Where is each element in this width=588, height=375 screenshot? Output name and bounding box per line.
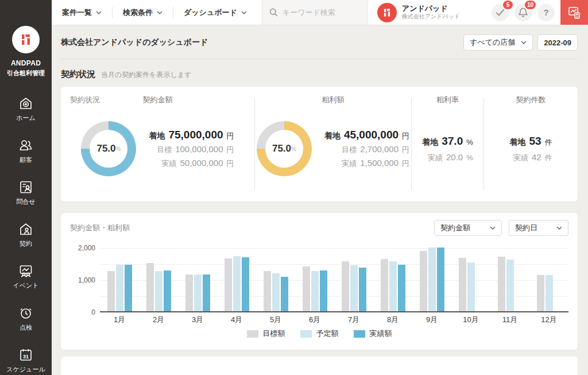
account-menu[interactable]: アンドパッド 株式会社アンドパッド <box>369 0 468 25</box>
menu-search-conditions[interactable]: 検索条件 <box>113 0 173 25</box>
metric-filter-select[interactable]: 契約金額 <box>434 220 502 236</box>
sidebar-item-contract[interactable]: 契約 <box>18 222 33 248</box>
bar <box>107 271 115 311</box>
bar <box>233 256 241 311</box>
legend-swatch <box>354 330 365 338</box>
sidebar-nav: ホーム 顧客 <box>6 96 45 374</box>
bar <box>272 273 280 311</box>
metric-row: 実績50,000,000円 <box>149 158 234 169</box>
legend-label: 目標額 <box>263 328 285 339</box>
bar-group <box>100 248 139 311</box>
chevron-down-icon <box>157 11 163 14</box>
sidebar-item-inquiry[interactable]: 問合せ <box>16 180 35 206</box>
chevron-down-icon <box>521 41 527 44</box>
bar <box>125 265 132 311</box>
app-switcher-button[interactable] <box>560 0 588 25</box>
bar <box>320 270 327 311</box>
notifications-button[interactable]: 10 <box>514 4 532 21</box>
chart-legend: 目標額予定額実績額 <box>70 328 568 339</box>
metric-row: 着地37.0% <box>422 135 473 148</box>
sidebar-item-event[interactable]: イベント <box>13 264 38 290</box>
metric-column-contract-count: 契約件数 着地53件 実績42件 <box>484 95 578 194</box>
bar <box>359 268 366 311</box>
metric-row: 着地75,000,000円 <box>149 129 234 141</box>
bar-group <box>217 248 256 311</box>
legend-swatch <box>300 330 312 338</box>
svg-text:31: 31 <box>23 354 29 359</box>
x-tick-label: 9月 <box>412 312 451 325</box>
column-title: 契約件数 <box>516 95 546 105</box>
date-filter-select[interactable]: 契約日 <box>509 220 568 236</box>
chevron-down-icon <box>96 11 102 14</box>
bar <box>350 265 358 311</box>
metric-row: 目標2,700,000円 <box>324 144 409 155</box>
store-filter-value: すべての店舗 <box>470 37 515 48</box>
inquiry-icon <box>18 180 33 195</box>
bar <box>546 275 553 311</box>
bar <box>437 248 444 311</box>
metric-column-gross-profit: 粗利額 75.0% 着地45,000,000円 目標2,700,000円 実績1… <box>255 95 411 194</box>
bar <box>281 277 288 311</box>
bar <box>116 265 123 311</box>
sidebar-item-label: スケジュール <box>6 365 45 374</box>
section-title: 契約状況 <box>61 69 95 80</box>
topbar: 案件一覧 検索条件 ダッシュボード <box>52 0 588 25</box>
bar <box>242 257 249 311</box>
x-tick-label: 7月 <box>334 312 373 325</box>
metric-filter-value: 契約金額 <box>440 223 484 233</box>
x-axis-labels: 1月2月3月4月5月6月7月8月9月10月11月12月 <box>100 312 568 325</box>
donut-unit: % <box>291 146 296 152</box>
help-button[interactable]: ? <box>537 4 555 21</box>
metric-row: 着地53件 <box>509 135 552 148</box>
x-tick-label: 5月 <box>256 312 295 325</box>
sidebar-item-label: ホーム <box>16 114 36 122</box>
tasks-badge: 5 <box>503 1 513 9</box>
sidebar-item-customers[interactable]: 顧客 <box>18 138 33 164</box>
sidebar-item-label: 顧客 <box>20 156 32 164</box>
bar <box>389 261 397 311</box>
account-avatar <box>377 3 397 22</box>
metric-row: 目標100,000,000円 <box>149 144 234 155</box>
sidebar-item-inspection[interactable]: 点検 <box>18 306 33 332</box>
menu-label: 案件一覧 <box>62 7 92 18</box>
search-input[interactable] <box>283 8 357 17</box>
bar <box>311 271 319 311</box>
column-title: 契約金額 <box>143 95 173 105</box>
bar <box>146 263 154 311</box>
bar-group <box>178 248 217 311</box>
date-filter-value: 契約日 <box>515 223 551 233</box>
x-tick-label: 2月 <box>139 312 178 325</box>
metric-row: 実績42件 <box>509 152 552 163</box>
sidebar-item-home[interactable]: ホーム <box>16 96 36 122</box>
bar-group <box>451 248 490 311</box>
menu-project-list[interactable]: 案件一覧 <box>52 0 112 25</box>
x-tick-label: 12月 <box>529 312 568 325</box>
bar-group <box>295 248 334 311</box>
page-title: 株式会社アンドパッドのダッシュボード <box>61 37 208 48</box>
month-picker[interactable]: 2022-09 <box>537 34 578 51</box>
menu-dashboard[interactable]: ダッシュボード <box>173 0 257 25</box>
event-icon <box>18 264 33 279</box>
column-title: 粗利率 <box>436 95 459 105</box>
bar <box>420 251 427 311</box>
andpad-logo-icon <box>20 33 32 46</box>
chart-title: 契約金額・粗利額 <box>70 223 130 233</box>
tasks-button[interactable]: 5 <box>492 4 509 21</box>
store-filter-select[interactable]: すべての店舗 <box>463 34 533 51</box>
app-window: ANDPAD 引合粗利管理 ホーム <box>0 0 588 375</box>
search-box[interactable] <box>262 0 368 25</box>
bar <box>225 258 232 311</box>
x-tick-label: 3月 <box>178 312 217 325</box>
sidebar-item-schedule[interactable]: 31 スケジュール <box>6 347 45 374</box>
home-icon <box>18 96 33 111</box>
metric-column-gross-margin: 粗利率 着地37.0% 実績20.0% <box>412 95 483 194</box>
metric-column-contract-amount: 契約金額 75.0% 着地75,000,000円 目標100,000,000円 … <box>61 95 254 194</box>
andpad-logo[interactable] <box>12 26 40 53</box>
contract-icon <box>18 222 33 237</box>
bar <box>459 258 466 311</box>
legend-label: 予定額 <box>316 328 339 339</box>
x-tick-label: 8月 <box>373 312 412 325</box>
inspection-icon <box>18 306 33 320</box>
question-icon: ? <box>543 7 548 17</box>
x-tick-label: 4月 <box>217 312 256 325</box>
